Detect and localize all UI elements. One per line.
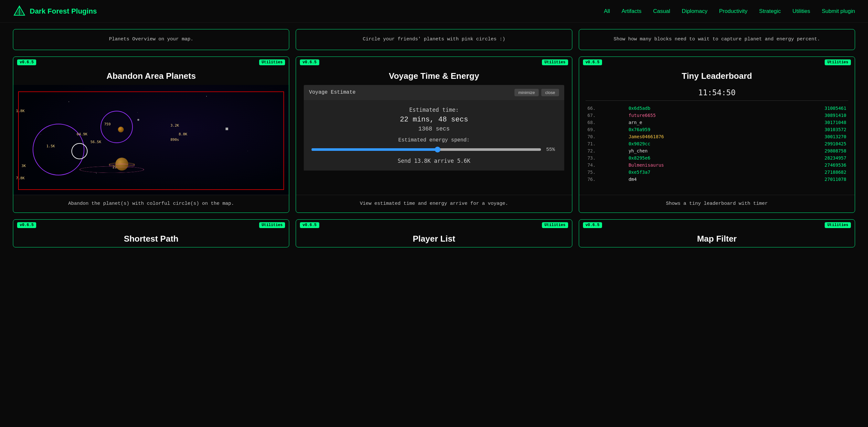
label-15k: 1.5K — [46, 144, 55, 148]
nav-casual[interactable]: Casual — [653, 8, 670, 14]
purple-circle-medium — [100, 111, 133, 143]
slider-track[interactable] — [312, 148, 540, 151]
abandon-category: Utilities — [259, 59, 285, 65]
estimated-time-label: Estimated time: — [309, 107, 559, 113]
slider-pct: 55% — [545, 147, 556, 153]
desc-card-1: Planets Overview on your map. — [13, 29, 289, 50]
top-desc-row: Planets Overview on your map. Circle you… — [13, 29, 855, 50]
sp-title: Shortest Path — [13, 231, 289, 247]
logo-icon — [13, 5, 26, 18]
main-nav: All Artifacts Casual Diplomacy Productiv… — [604, 8, 855, 14]
voyage-category: Utilities — [542, 59, 568, 65]
lb-score-1: 30891410 — [761, 112, 848, 119]
voyage-version: v0.6.5 — [300, 59, 319, 65]
label-3k: 3K — [22, 164, 26, 168]
mf-title: Map Filter — [579, 231, 855, 247]
abandon-card: v0.6.5 Utilities Abandon Area Planets — [13, 57, 289, 213]
mf-category: Utilities — [825, 222, 851, 228]
lb-name-5: 0x9029cc — [627, 140, 761, 147]
lb-score-8: 27469536 — [761, 162, 848, 169]
lb-score-6: 29808758 — [761, 147, 848, 154]
lb-row-6: 72. yh_chen 29808758 — [586, 147, 848, 154]
lb-score-9: 27188682 — [761, 169, 848, 176]
abandon-card-header: v0.6.5 Utilities — [13, 57, 289, 68]
lb-score-0: 31005461 — [761, 105, 848, 112]
lb-name-9: 0xe5f3a7 — [627, 169, 761, 176]
label-890s: 890s — [170, 138, 179, 142]
lb-row-10: 76. dm4 27011078 — [586, 176, 848, 183]
slider-thumb — [435, 146, 440, 153]
lb-name-2: arn_e — [627, 119, 761, 126]
energy-slider-container: 55% — [309, 147, 559, 153]
voyage-title: Voyage Time & Energy — [296, 68, 572, 85]
slider-fill — [312, 148, 438, 151]
nav-diplomacy[interactable]: Diplomacy — [682, 8, 707, 14]
player-list-card: v0.6.5 Utilities Player List — [296, 219, 572, 248]
lb-name-6: yh_chen — [627, 147, 761, 154]
minimize-button[interactable]: minimize — [515, 89, 539, 96]
nav-all[interactable]: All — [604, 8, 610, 14]
lb-row-0: 66. 0x6d5adb 31005461 — [586, 105, 848, 112]
lb-rank-1: 67. — [586, 112, 627, 119]
mf-version: v0.6.5 — [583, 222, 602, 228]
nav-artifacts[interactable]: Artifacts — [622, 8, 642, 14]
leaderboard-body: 11:54:50 66. 0x6d5adb 31005461 67. futur… — [579, 85, 855, 195]
nav-submit[interactable]: Submit plugin — [822, 8, 855, 14]
pl-version: v0.6.5 — [300, 222, 319, 228]
lb-rank-9: 75. — [586, 169, 627, 176]
lb-name-3: 0x76a959 — [627, 126, 761, 133]
lb-score-5: 29910425 — [761, 140, 848, 147]
desc-text-3: Show how many blocks need to wait to cap… — [614, 36, 820, 42]
lb-rank-0: 66. — [586, 105, 627, 112]
mf-header: v0.6.5 Utilities — [579, 220, 855, 231]
voyage-title-bar: Voyage Estimate minimize close — [304, 85, 564, 100]
lb-row-4: 70. James04661876 30013270 — [586, 133, 848, 140]
voyage-window-title: Voyage Estimate — [309, 90, 355, 95]
energy-label: Estimated energy spend: — [309, 137, 559, 143]
leaderboard-card: v0.6.5 Utilities Tiny Leaderboard 11:54:… — [579, 57, 855, 213]
pl-title: Player List — [296, 231, 572, 247]
voyage-desc: View estimated time and energy arrive fo… — [296, 195, 572, 213]
nav-utilities[interactable]: Utilities — [793, 8, 810, 14]
lb-score-4: 30013270 — [761, 133, 848, 140]
lb-rank-4: 70. — [586, 133, 627, 140]
game-map: 759 64.9K 8.0K 3.2K 890s 56.5K 216k 3K 1… — [13, 85, 289, 195]
sp-version: v0.6.5 — [17, 222, 36, 228]
svg-marker-3 — [16, 8, 23, 14]
pl-category: Utilities — [542, 222, 568, 228]
shortest-path-card: v0.6.5 Utilities Shortest Path — [13, 219, 289, 248]
lb-rank-2: 68. — [586, 119, 627, 126]
cards-row: v0.6.5 Utilities Abandon Area Planets — [13, 57, 855, 213]
lb-rank-6: 72. — [586, 147, 627, 154]
abandon-version: v0.6.5 — [17, 59, 36, 65]
lb-row-2: 68. arn_e 30171048 — [586, 119, 848, 126]
desc-text-2: Circle your friends' planets with pink c… — [363, 36, 505, 42]
lb-rank-3: 69. — [586, 126, 627, 133]
label-649k: 64.9K — [76, 132, 87, 136]
lb-name-4: James04661876 — [627, 133, 761, 140]
lb-category: Utilities — [825, 59, 851, 65]
voyage-window: Voyage Estimate minimize close Estimated… — [304, 85, 564, 170]
label-18k: 1.8K — [16, 109, 25, 113]
lb-row-1: 67. future6655 30891410 — [586, 112, 848, 119]
nav-productivity[interactable]: Productivity — [719, 8, 747, 14]
lb-title: Tiny Leaderboard — [579, 68, 855, 85]
close-button[interactable]: close — [541, 89, 559, 96]
main-content: Planets Overview on your map. Circle you… — [0, 23, 868, 254]
lb-row-5: 71. 0x9029cc 29910425 — [586, 140, 848, 147]
lb-table: 66. 0x6d5adb 31005461 67. future6655 308… — [586, 105, 848, 183]
lb-rank-7: 73. — [586, 154, 627, 162]
map-filter-card: v0.6.5 Utilities Map Filter — [579, 219, 855, 248]
lb-name-1: future6655 — [627, 112, 761, 119]
lb-score-10: 27011078 — [761, 176, 848, 183]
voyage-content: Estimated time: 22 mins, 48 secs 1368 se… — [304, 100, 564, 170]
lb-name-8: Bulmenisaurus — [627, 162, 761, 169]
lb-rank-5: 71. — [586, 140, 627, 147]
abandon-body: 759 64.9K 8.0K 3.2K 890s 56.5K 216k 3K 1… — [13, 85, 289, 195]
lb-desc: Shows a tiny leaderboard with timer — [579, 195, 855, 213]
logo-area: Dark Forest Plugins — [13, 5, 97, 18]
nav-strategic[interactable]: Strategic — [759, 8, 781, 14]
lb-rank-10: 76. — [586, 176, 627, 183]
label-759: 759 — [104, 122, 111, 126]
sp-category: Utilities — [259, 222, 285, 228]
